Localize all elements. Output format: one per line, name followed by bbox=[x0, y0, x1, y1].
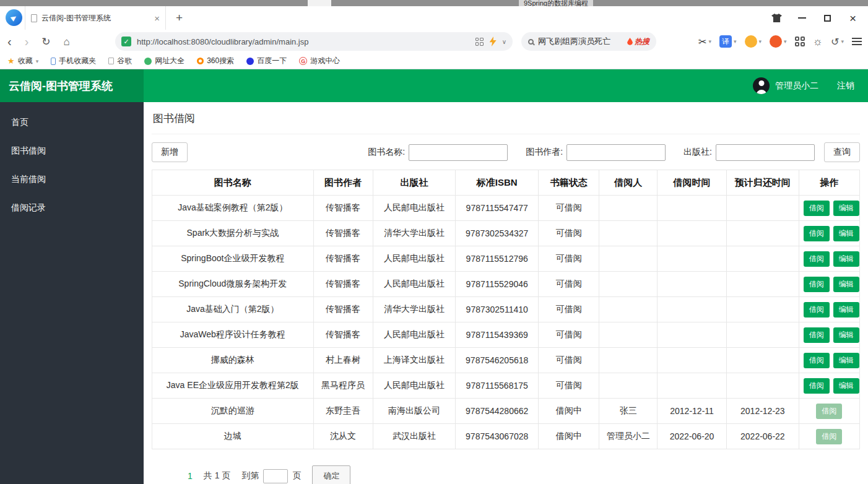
menu-icon[interactable] bbox=[852, 38, 862, 45]
game-icon: G bbox=[299, 57, 307, 65]
cell-return-date bbox=[727, 322, 799, 348]
news-extension-button[interactable]: ▾ bbox=[770, 35, 787, 48]
filter-author-label: 图书作者: bbox=[526, 147, 563, 158]
scissors-icon: ✂ bbox=[698, 36, 706, 48]
bookmark-360-search[interactable]: 360搜索 bbox=[197, 56, 234, 66]
cell-borrower: 管理员小二 bbox=[599, 424, 658, 449]
browser-tab[interactable]: 云借阅-图书管理系统 × bbox=[25, 6, 166, 30]
bookmark-mobile-favorites[interactable]: 手机收藏夹 bbox=[51, 56, 96, 66]
close-button[interactable]: × bbox=[840, 6, 866, 30]
bookmark-label: 谷歌 bbox=[117, 56, 132, 66]
shirt-icon bbox=[771, 14, 782, 22]
cell-return-date bbox=[727, 297, 799, 322]
edit-button[interactable]: 编辑 bbox=[833, 277, 859, 292]
background-window-text: 9Spring的数据库编程 bbox=[519, 0, 593, 6]
theme-icon[interactable]: ☼ bbox=[813, 35, 823, 48]
edit-button[interactable]: 编辑 bbox=[833, 378, 859, 394]
bookmark-baidu[interactable]: 百度一下 bbox=[246, 56, 287, 66]
browser-logo-icon[interactable]: ▶ bbox=[6, 9, 22, 26]
cell-status: 可借阅 bbox=[539, 272, 599, 297]
hot-search-badge[interactable]: 热搜 bbox=[627, 37, 649, 47]
red-extension-icon bbox=[770, 35, 782, 48]
borrow-button[interactable]: 借阅 bbox=[804, 302, 830, 318]
search-suggestion-text[interactable]: 网飞剧组两演员死亡 bbox=[538, 36, 610, 47]
cell-actions: 借阅 bbox=[799, 399, 859, 424]
url-bar[interactable]: ✓ http://localhost:8080/cloudlibrary/adm… bbox=[115, 32, 513, 51]
borrow-button[interactable]: 借阅 bbox=[804, 353, 830, 368]
borrow-button[interactable]: 借阅 bbox=[804, 327, 830, 343]
secure-site-icon[interactable]: ✓ bbox=[121, 37, 131, 46]
edit-button[interactable]: 编辑 bbox=[833, 201, 859, 216]
refresh-icon[interactable]: ↻ bbox=[41, 37, 50, 47]
borrow-button[interactable]: 借阅 bbox=[804, 226, 830, 241]
minimize-button[interactable] bbox=[789, 6, 815, 30]
current-page-number[interactable]: 1 bbox=[188, 471, 193, 481]
cell-status: 可借阅 bbox=[539, 348, 599, 373]
translate-button[interactable]: 译 ▾ bbox=[719, 35, 737, 48]
filter-book-name-label: 图书名称: bbox=[368, 147, 405, 158]
cell-borrower bbox=[599, 246, 658, 272]
filter-publisher-input[interactable] bbox=[716, 144, 815, 161]
maximize-button[interactable] bbox=[815, 6, 840, 30]
bookmark-label: 百度一下 bbox=[257, 56, 287, 66]
user-menu[interactable]: 管理员小二 bbox=[753, 77, 818, 94]
cell-borrow-date bbox=[658, 272, 727, 297]
edit-button[interactable]: 编辑 bbox=[833, 327, 859, 343]
filter-book-name-input[interactable] bbox=[409, 144, 508, 161]
bookmark-google[interactable]: 谷歌 bbox=[108, 56, 132, 66]
cell-isbn: 9787115512796 bbox=[456, 246, 539, 272]
tab-close-icon[interactable]: × bbox=[154, 13, 160, 24]
edit-button[interactable]: 编辑 bbox=[833, 251, 859, 267]
borrow-button[interactable]: 借阅 bbox=[816, 429, 842, 444]
url-dropdown-icon[interactable]: ∨ bbox=[502, 38, 506, 45]
cell-return-date bbox=[727, 221, 799, 246]
cell-borrow-date bbox=[658, 297, 727, 322]
forward-icon[interactable]: › bbox=[25, 35, 29, 48]
wallet-extension-button[interactable]: ▾ bbox=[745, 35, 762, 48]
bookmark-site-directory[interactable]: 网址大全 bbox=[144, 56, 184, 66]
app-brand-title: 云借阅-图书管理系统 bbox=[0, 69, 144, 102]
cell-actions: 借阅编辑 bbox=[799, 221, 859, 246]
col-author: 图书作者 bbox=[313, 170, 373, 196]
sidebar-item-borrow-records[interactable]: 借阅记录 bbox=[0, 194, 144, 222]
new-tab-button[interactable]: + bbox=[176, 6, 183, 30]
sidebar-item-book-borrow[interactable]: 图书借阅 bbox=[0, 137, 144, 165]
filter-author-input[interactable] bbox=[566, 144, 666, 161]
table-row: 挪威的森林村上春树上海译文出版社9787546205618可借阅借阅编辑 bbox=[152, 348, 860, 373]
flame-icon bbox=[627, 38, 633, 45]
url-text[interactable]: http://localhost:8080/cloudlibrary/admin… bbox=[137, 37, 475, 46]
cell-isbn: 9787544280662 bbox=[456, 399, 539, 424]
add-book-button[interactable]: 新增 bbox=[152, 142, 188, 162]
edit-button[interactable]: 编辑 bbox=[833, 302, 859, 318]
nav-icons: ‹ › ↻ ⌂ bbox=[7, 30, 70, 53]
borrow-button[interactable]: 借阅 bbox=[804, 277, 830, 292]
bookmark-label: 360搜索 bbox=[207, 56, 234, 66]
speed-mode-icon[interactable] bbox=[490, 37, 497, 46]
goto-page-input[interactable] bbox=[263, 469, 288, 483]
sidebar-item-current-borrow[interactable]: 当前借阅 bbox=[0, 165, 144, 194]
borrow-button[interactable]: 借阅 bbox=[804, 251, 830, 267]
search-button[interactable]: 查询 bbox=[824, 142, 860, 162]
qr-code-icon[interactable] bbox=[475, 38, 484, 46]
apps-grid-icon[interactable] bbox=[795, 37, 805, 46]
sidebar-item-home[interactable]: 首页 bbox=[0, 108, 144, 137]
edit-button[interactable]: 编辑 bbox=[833, 226, 859, 241]
cell-borrow-date bbox=[658, 322, 727, 348]
screenshot-button[interactable]: ✂ ▾ bbox=[698, 36, 711, 48]
back-icon[interactable]: ‹ bbox=[7, 35, 12, 48]
bookmark-favorites[interactable]: ★ 收藏 ▾ bbox=[7, 56, 38, 66]
browser-search-box[interactable]: 网飞剧组两演员死亡 热搜 bbox=[521, 32, 656, 51]
confirm-page-button[interactable]: 确定 bbox=[312, 465, 350, 484]
borrow-button[interactable]: 借阅 bbox=[804, 201, 830, 216]
edit-button[interactable]: 编辑 bbox=[833, 353, 859, 368]
user-name: 管理员小二 bbox=[775, 80, 818, 92]
borrow-button[interactable]: 借阅 bbox=[816, 404, 842, 419]
home-icon[interactable]: ⌂ bbox=[64, 37, 70, 47]
restore-session-button[interactable]: ↺ ▾ bbox=[831, 36, 844, 48]
bookmark-game-center[interactable]: G 游戏中心 bbox=[299, 56, 340, 66]
browser-skin-button[interactable] bbox=[764, 6, 789, 30]
cell-return-date bbox=[727, 246, 799, 272]
borrow-button[interactable]: 借阅 bbox=[804, 378, 830, 394]
logout-link[interactable]: 注销 bbox=[837, 80, 854, 92]
main-content: 图书借阅 新增 图书名称: 图书作者: 出版社: bbox=[144, 102, 868, 484]
